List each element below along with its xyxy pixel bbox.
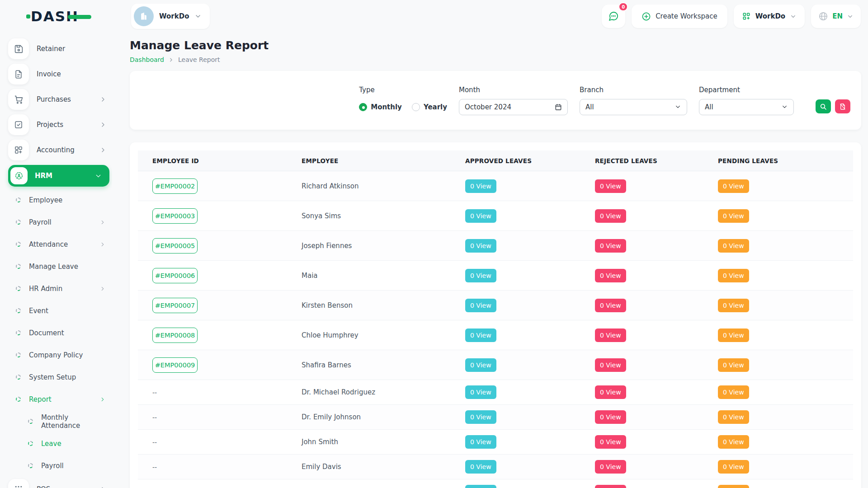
approved-leaves-view-badge[interactable]: 0 View bbox=[465, 239, 496, 253]
pending-leaves-view-badge[interactable]: 0 View bbox=[718, 385, 749, 399]
approved-leaves-view-badge[interactable]: 0 View bbox=[465, 358, 496, 372]
workspace-dropdown[interactable]: WorkDo bbox=[734, 5, 805, 28]
sidebar-item-hrm[interactable]: HRM bbox=[8, 165, 109, 187]
sidebar-subitem-report[interactable]: Report bbox=[8, 388, 112, 410]
rejected-leaves-view-badge[interactable]: 0 View bbox=[595, 269, 626, 282]
sidebar-item-pos[interactable]: POS bbox=[8, 477, 112, 488]
create-workspace-label: Create Workspace bbox=[656, 12, 717, 20]
employee-id-badge[interactable]: #EMP00009 bbox=[152, 357, 198, 373]
dashed-ring-icon bbox=[16, 220, 21, 225]
sidebar-subitem-payroll[interactable]: Payroll bbox=[8, 211, 112, 233]
pending-leaves-view-badge[interactable]: 0 View bbox=[718, 328, 749, 342]
dashed-ring-icon bbox=[28, 419, 33, 424]
approved-leaves-view-badge[interactable]: 0 View bbox=[465, 179, 496, 193]
branch-filter-label: Branch bbox=[580, 86, 687, 94]
app-logo[interactable]: DASH bbox=[31, 8, 79, 24]
radio-yearly[interactable]: Yearly bbox=[412, 103, 447, 111]
dots-grid-icon bbox=[8, 479, 29, 488]
sidebar-item-invoice[interactable]: Invoice bbox=[8, 61, 112, 87]
radio-monthly-dot[interactable] bbox=[359, 103, 367, 111]
rejected-leaves-view-badge[interactable]: 0 View bbox=[595, 410, 626, 424]
rejected-leaves-view-badge[interactable]: 0 View bbox=[595, 358, 626, 372]
employee-id-badge[interactable]: #EMP00003 bbox=[152, 208, 198, 224]
employee-id-badge[interactable]: #EMP00007 bbox=[152, 298, 198, 313]
radio-yearly-dot[interactable] bbox=[412, 103, 420, 111]
chevron-right-icon bbox=[99, 486, 107, 488]
rejected-leaves-view-badge[interactable]: 0 View bbox=[595, 299, 626, 312]
rejected-leaves-view-badge[interactable]: 0 View bbox=[595, 460, 626, 474]
sidebar-subitem-manage-leave[interactable]: Manage Leave bbox=[8, 255, 112, 277]
sidebar-subsubitem-payroll[interactable]: Payroll bbox=[8, 455, 112, 477]
approved-leaves-view-badge[interactable]: 0 View bbox=[465, 209, 496, 223]
approved-leaves-view-badge[interactable]: 0 View bbox=[465, 299, 496, 312]
pending-leaves-view-badge[interactable]: 0 View bbox=[718, 209, 749, 223]
rejected-leaves-view-badge[interactable]: 0 View bbox=[595, 328, 626, 342]
grid-plus-icon bbox=[742, 12, 751, 21]
rejected-leaves-view-badge[interactable]: 0 View bbox=[595, 239, 626, 253]
approved-leaves-view-badge[interactable]: 0 View bbox=[465, 385, 496, 399]
approved-leaves-view-badge[interactable]: 0 View bbox=[465, 269, 496, 282]
month-input[interactable]: October 2024 bbox=[459, 99, 568, 115]
table-header-row: EMPLOYEE ID EMPLOYEE APPROVED LEAVES REJ… bbox=[138, 150, 853, 171]
sidebar-subitem-document[interactable]: Document bbox=[8, 322, 112, 344]
radio-monthly[interactable]: Monthly bbox=[359, 103, 402, 111]
approved-leaves-view-badge[interactable]: 0 View bbox=[465, 460, 496, 474]
workspace-selector[interactable]: WorkDo bbox=[131, 4, 210, 29]
rejected-leaves-view-badge[interactable]: 0 View bbox=[595, 179, 626, 193]
sidebar-item-retainer[interactable]: Retainer bbox=[8, 36, 112, 61]
rejected-leaves-view-badge[interactable]: 0 View bbox=[595, 435, 626, 449]
approved-leaves-view-badge[interactable]: 0 View bbox=[465, 328, 496, 342]
column-header-rejected: REJECTED LEAVES bbox=[595, 157, 718, 164]
pending-leaves-view-badge[interactable]: 0 View bbox=[718, 410, 749, 424]
pending-leaves-view-badge[interactable]: 0 View bbox=[718, 358, 749, 372]
sidebar-subitem-employee[interactable]: Employee bbox=[8, 189, 112, 211]
search-button[interactable] bbox=[816, 99, 831, 113]
approved-leaves-view-badge[interactable]: 0 View bbox=[465, 485, 496, 488]
language-selector[interactable]: EN bbox=[811, 5, 861, 28]
sidebar-subsubitem-leave[interactable]: Leave bbox=[8, 432, 112, 455]
table-row: #EMP00002 Richard Atkinson 0 View 0 View… bbox=[138, 171, 853, 201]
workspace-avatar bbox=[134, 6, 154, 26]
approved-leaves-view-badge[interactable]: 0 View bbox=[465, 410, 496, 424]
sidebar-subitem-system-setup[interactable]: System Setup bbox=[8, 366, 112, 388]
pending-leaves-view-badge[interactable]: 0 View bbox=[718, 179, 749, 193]
chevron-right-icon bbox=[99, 396, 106, 403]
dashed-ring-icon bbox=[16, 264, 21, 269]
employee-name: Joseph Fiennes bbox=[302, 242, 465, 250]
employee-id-badge[interactable]: #EMP00002 bbox=[152, 178, 198, 194]
export-off-button[interactable] bbox=[835, 99, 850, 113]
sidebar-subitem-hr-admin[interactable]: HR Admin bbox=[8, 277, 112, 300]
pending-leaves-view-badge[interactable]: 0 View bbox=[718, 299, 749, 312]
sidebar-subitem-event[interactable]: Event bbox=[8, 300, 112, 322]
rejected-leaves-view-badge[interactable]: 0 View bbox=[595, 385, 626, 399]
table-row: #EMP00008 Chloe Humphrey 0 View 0 View 0… bbox=[138, 320, 853, 350]
sidebar-subitem-company-policy[interactable]: Company Policy bbox=[8, 344, 112, 366]
department-select[interactable]: All bbox=[699, 99, 794, 115]
approved-leaves-view-badge[interactable]: 0 View bbox=[465, 435, 496, 449]
employee-id-badge[interactable]: #EMP00008 bbox=[152, 328, 198, 343]
rejected-leaves-view-badge[interactable]: 0 View bbox=[595, 209, 626, 223]
branch-select[interactable]: All bbox=[580, 99, 687, 115]
sidebar-subitem-attendance[interactable]: Attendance bbox=[8, 233, 112, 255]
breadcrumb: Dashboard Leave Report bbox=[130, 56, 861, 63]
pending-leaves-view-badge[interactable]: 0 View bbox=[718, 435, 749, 449]
employee-id-badge[interactable]: #EMP00006 bbox=[152, 268, 198, 283]
topbar-right-cluster: 0 Create Workspace WorkDo bbox=[602, 5, 861, 28]
breadcrumb-dashboard-link[interactable]: Dashboard bbox=[130, 56, 164, 63]
sidebar-item-projects[interactable]: Projects bbox=[8, 112, 112, 137]
pending-leaves-view-badge[interactable]: 0 View bbox=[718, 269, 749, 282]
messages-button[interactable]: 0 bbox=[602, 5, 625, 28]
table-row: #EMP00006 Maia 0 View 0 View 0 View bbox=[138, 261, 853, 291]
pending-leaves-view-badge[interactable]: 0 View bbox=[718, 239, 749, 253]
sidebar-subsubitem-monthly-attendance[interactable]: Monthly Attendance bbox=[8, 410, 112, 432]
plus-circle-icon bbox=[642, 12, 651, 21]
rejected-leaves-view-badge[interactable]: 0 View bbox=[595, 485, 626, 488]
sidebar-item-purchases[interactable]: Purchases bbox=[8, 87, 112, 112]
department-select-value: All bbox=[705, 103, 713, 111]
chat-icon bbox=[608, 11, 619, 22]
sidebar-item-accounting[interactable]: Accounting bbox=[8, 137, 112, 163]
pending-leaves-view-badge[interactable]: 0 View bbox=[718, 485, 749, 488]
create-workspace-button[interactable]: Create Workspace bbox=[632, 5, 727, 28]
pending-leaves-view-badge[interactable]: 0 View bbox=[718, 460, 749, 474]
employee-id-badge[interactable]: #EMP00005 bbox=[152, 238, 198, 253]
